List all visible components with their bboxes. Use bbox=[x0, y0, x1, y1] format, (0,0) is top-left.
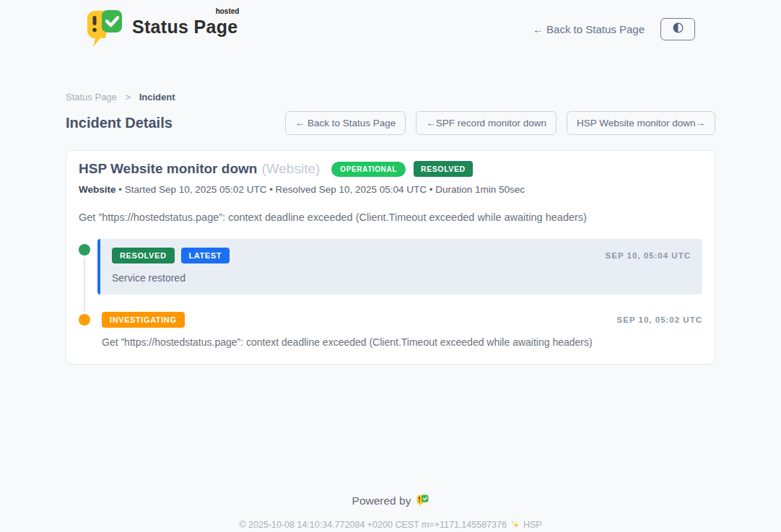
page-title: Incident Details bbox=[66, 115, 173, 131]
copyright-line: © 2025-10-08 14:10:34.772084 +0200 CEST … bbox=[0, 520, 781, 530]
timeline-resolved-panel: RESOLVED LATEST SEP 10, 05:04 UTC Servic… bbox=[97, 239, 702, 295]
breadcrumb: Status Page > Incident bbox=[66, 92, 715, 103]
back-to-status-page-button[interactable]: ← Back to Status Page bbox=[285, 111, 406, 135]
logo-text: Status Page bbox=[132, 17, 237, 37]
resolved-status-badge: RESOLVED bbox=[112, 248, 175, 263]
meta-details: • Started Sep 10, 2025 05:02 UTC • Resol… bbox=[118, 184, 525, 195]
page-footer: Powered by © 2025-10-08 14:10:34.772084 … bbox=[0, 494, 781, 532]
logo-superscript: hosted bbox=[216, 7, 240, 15]
timeline-item-investigating: INVESTIGATING SEP 10, 05:02 UTC Get ”htt… bbox=[79, 312, 702, 348]
timeline-item-resolved: RESOLVED LATEST SEP 10, 05:04 UTC Servic… bbox=[79, 239, 702, 295]
powered-by: Powered by bbox=[352, 494, 429, 507]
header-back-link[interactable]: ← Back to Status Page bbox=[533, 23, 645, 35]
prev-incident-button[interactable]: ←SPF record monitor down bbox=[416, 111, 557, 135]
status-page-logo-icon bbox=[86, 9, 123, 48]
status-page-logo[interactable]: Status Page hosted bbox=[86, 9, 237, 48]
theme-toggle-button[interactable] bbox=[660, 18, 695, 40]
incident-title: HSP Website monitor down bbox=[79, 161, 257, 177]
investigating-status-badge: INVESTIGATING bbox=[102, 312, 185, 328]
breadcrumb-separator: > bbox=[125, 92, 131, 103]
powered-by-logo-icon[interactable] bbox=[416, 494, 429, 507]
circle-half-icon bbox=[671, 21, 685, 37]
copyright-brand: HSP bbox=[523, 520, 542, 530]
powered-by-label: Powered by bbox=[352, 494, 411, 507]
timeline-message: Service restored bbox=[112, 272, 691, 284]
main-content: Status Page > Incident Incident Details … bbox=[66, 92, 715, 365]
timeline-timestamp: SEP 10, 05:04 UTC bbox=[606, 251, 691, 260]
timeline-timestamp: SEP 10, 05:02 UTC bbox=[617, 315, 702, 324]
incident-card: HSP Website monitor down (Website) OPERA… bbox=[66, 150, 715, 365]
sparkles-icon bbox=[510, 520, 520, 530]
breadcrumb-incident: Incident bbox=[139, 92, 175, 103]
incident-meta: Website • Started Sep 10, 2025 05:02 UTC… bbox=[79, 184, 702, 195]
meta-component: Website bbox=[79, 184, 116, 195]
breadcrumb-status-page[interactable]: Status Page bbox=[66, 92, 117, 103]
timeline-dot-investigating bbox=[79, 314, 90, 326]
site-header: Status Page hosted ← Back to Status Page bbox=[0, 0, 781, 48]
latest-badge: LATEST bbox=[181, 248, 230, 263]
incident-component: (Website) bbox=[261, 161, 320, 177]
resolved-badge: RESOLVED bbox=[414, 161, 473, 177]
incident-timeline: RESOLVED LATEST SEP 10, 05:04 UTC Servic… bbox=[79, 239, 702, 348]
timeline-connector-line bbox=[84, 257, 85, 313]
timeline-dot-resolved bbox=[79, 244, 90, 256]
timeline-message: Get ”https://hostedstatus.page”: context… bbox=[102, 336, 702, 348]
incident-description: Get ”https://hostedstatus.page”: context… bbox=[79, 212, 702, 223]
copyright-text: © 2025-10-08 14:10:34.772084 +0200 CEST … bbox=[239, 520, 507, 530]
operational-badge: OPERATIONAL bbox=[331, 162, 406, 177]
next-incident-button[interactable]: HSP Website monitor down→ bbox=[567, 111, 715, 135]
incident-nav-buttons: ← Back to Status Page ←SPF record monito… bbox=[285, 111, 715, 135]
